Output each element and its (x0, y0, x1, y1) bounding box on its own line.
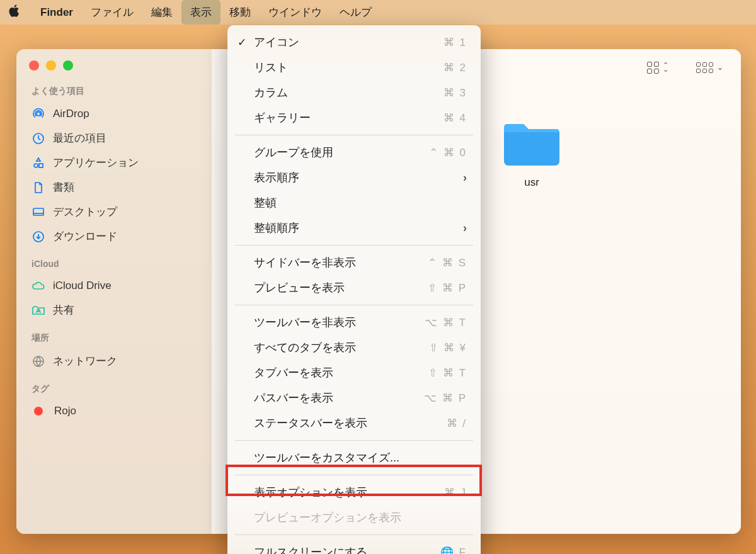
sidebar-item-label: AirDrop (53, 108, 89, 120)
menu-item-label: ギャラリー (254, 110, 311, 125)
menu-shortcut: ⇧ ⌘ ¥ (429, 341, 467, 354)
checkmark-icon: ✓ (238, 36, 246, 49)
submenu-arrow-icon: › (463, 171, 467, 184)
menu-use-groups[interactable]: グループを使用⌃ ⌘ 0 (227, 140, 481, 165)
folder-name: usr (501, 176, 562, 189)
menu-clean-up[interactable]: 整頓 (227, 190, 481, 215)
view-menu-dropdown: ✓アイコン⌘ 1 リスト⌘ 2 カラム⌘ 3 ギャラリー⌘ 4 グループを使用⌃… (227, 25, 481, 554)
desktop-icon (32, 205, 45, 219)
menubar-file[interactable]: ファイル (82, 0, 142, 25)
menu-show-preview-options: プレビューオプションを表示 (227, 505, 481, 530)
airdrop-icon (32, 107, 45, 121)
sidebar-item-label: ダウンロード (53, 229, 117, 244)
download-icon (32, 230, 45, 244)
folder-item-usr[interactable]: usr (501, 118, 562, 189)
sidebar-item-airdrop[interactable]: AirDrop (24, 102, 204, 126)
menu-hide-sidebar[interactable]: サイドバーを非表示⌃ ⌘ S (227, 250, 481, 275)
menu-item-label: 整頓 (254, 195, 277, 210)
svg-point-2 (34, 164, 38, 167)
menu-item-label: パスバーを表示 (254, 390, 333, 405)
menu-item-label: カラム (254, 85, 288, 100)
menu-shortcut: ⇧ ⌘ P (428, 281, 467, 295)
sidebar-item-network[interactable]: ネットワーク (24, 349, 204, 373)
menu-shortcut: 🌐 F (440, 546, 467, 555)
menu-view-as-list[interactable]: リスト⌘ 2 (227, 55, 481, 80)
sidebar-item-shared[interactable]: 共有 (24, 298, 204, 322)
sidebar-item-downloads[interactable]: ダウンロード (24, 224, 204, 249)
document-icon (32, 181, 45, 195)
sidebar-item-desktop[interactable]: デスクトップ (24, 200, 204, 224)
menu-show-path-bar[interactable]: パスバーを表示⌥ ⌘ P (227, 385, 481, 410)
window-controls (29, 60, 204, 71)
sidebar-item-icloud-drive[interactable]: iCloud Drive (24, 274, 204, 298)
submenu-arrow-icon: › (463, 222, 467, 235)
sidebar-item-label: 最近の項目 (53, 131, 106, 145)
menu-item-label: 表示順序 (254, 170, 299, 185)
menu-show-preview[interactable]: プレビューを表示⇧ ⌘ P (227, 275, 481, 300)
menu-sort-by[interactable]: 表示順序› (227, 165, 481, 190)
menu-show-view-options[interactable]: 表示オプションを表示⌘ J (227, 480, 481, 505)
menu-item-label: アイコン (254, 35, 299, 50)
svg-rect-4 (33, 208, 43, 215)
menu-shortcut: ⌥ ⌘ P (424, 392, 467, 405)
menu-item-label: ステータスバーを表示 (254, 416, 367, 431)
menu-item-label: ツールバーをカスタマイズ... (254, 450, 399, 465)
menu-separator (235, 475, 473, 475)
tag-color-dot (34, 407, 43, 416)
sidebar-header-favorites: よく使う項目 (32, 86, 204, 97)
sidebar-item-documents[interactable]: 書類 (24, 175, 204, 200)
menu-item-label: グループを使用 (254, 145, 333, 160)
menu-separator (235, 135, 473, 135)
clock-icon (32, 132, 45, 145)
view-mode-button[interactable]: ⌃⌄ (647, 62, 668, 74)
menubar-edit[interactable]: 編集 (142, 0, 181, 25)
sidebar-item-label: アプリケーション (53, 155, 139, 170)
close-button[interactable] (29, 60, 39, 71)
sidebar-tag-rojo[interactable]: Rojo (24, 400, 204, 422)
menu-enter-fullscreen[interactable]: フルスクリーンにする🌐 F (227, 540, 481, 554)
menu-customize-toolbar[interactable]: ツールバーをカスタマイズ... (227, 445, 481, 470)
zoom-button[interactable] (63, 60, 73, 71)
menubar-window[interactable]: ウインドウ (260, 0, 331, 25)
menu-separator (235, 440, 473, 441)
sidebar: よく使う項目 AirDrop 最近の項目 アプリケーション 書類 デスクトップ … (16, 49, 212, 534)
menu-show-tab-bar[interactable]: タブバーを表示⇧ ⌘ T (227, 360, 481, 385)
menubar-go[interactable]: 移動 (220, 0, 260, 25)
grid-dense-icon (696, 62, 713, 73)
chevron-down-icon: ⌄ (717, 63, 723, 72)
menu-separator (235, 245, 473, 246)
menu-clean-up-by[interactable]: 整頓順序› (227, 215, 481, 240)
sidebar-item-applications[interactable]: アプリケーション (24, 150, 204, 175)
menu-show-all-tabs[interactable]: すべてのタブを表示⇧ ⌘ ¥ (227, 335, 481, 360)
menu-item-label: サイドバーを非表示 (254, 255, 356, 270)
menu-hide-toolbar[interactable]: ツールバーを非表示⌥ ⌘ T (227, 310, 481, 335)
sidebar-item-label: iCloud Drive (53, 280, 112, 292)
menu-item-label: プレビューを表示 (254, 280, 345, 295)
menu-shortcut: ⌘ / (447, 417, 467, 430)
menu-separator (235, 305, 473, 305)
sidebar-item-label: 共有 (53, 303, 74, 317)
cloud-icon (32, 279, 45, 293)
menubar-help[interactable]: ヘルプ (331, 0, 381, 25)
svg-rect-3 (39, 164, 43, 167)
menu-shortcut: ⌘ 2 (444, 61, 467, 74)
menu-view-as-gallery[interactable]: ギャラリー⌘ 4 (227, 105, 481, 130)
menu-item-label: タブバーを表示 (254, 365, 333, 380)
menu-shortcut: ⌘ 3 (444, 86, 467, 99)
sidebar-header-tags: タグ (32, 383, 204, 395)
folder-icon (501, 118, 562, 167)
menubar-app-name[interactable]: Finder (32, 0, 82, 25)
menu-shortcut: ⌘ J (444, 486, 467, 499)
menu-show-status-bar[interactable]: ステータスバーを表示⌘ / (227, 410, 481, 436)
menu-shortcut: ⌃ ⌘ 0 (429, 146, 467, 159)
menubar-view[interactable]: 表示 (181, 0, 220, 25)
sidebar-item-recents[interactable]: 最近の項目 (24, 126, 204, 150)
group-button[interactable]: ⌄ (696, 62, 723, 73)
menu-shortcut: ⌃ ⌘ S (428, 256, 467, 269)
sidebar-item-label: ネットワーク (53, 354, 117, 368)
menu-view-as-icons[interactable]: ✓アイコン⌘ 1 (227, 30, 481, 55)
minimize-button[interactable] (46, 60, 56, 71)
apple-menu-icon[interactable] (9, 4, 20, 20)
menu-view-as-columns[interactable]: カラム⌘ 3 (227, 80, 481, 105)
apps-icon (32, 156, 45, 170)
